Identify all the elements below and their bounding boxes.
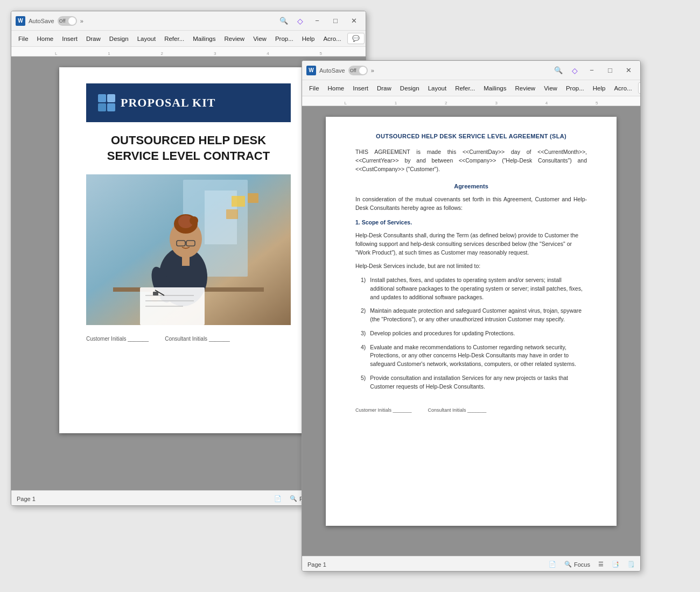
cover-page: Proposal Kit OUTSOURCED HELP DESK SERVIC… xyxy=(59,67,318,433)
toggle-off-label-1: Off xyxy=(59,18,66,24)
menu-design-1[interactable]: Design xyxy=(106,34,132,44)
menu-view-2[interactable]: View xyxy=(540,83,561,93)
ruler-1: L 1 2 3 4 5 xyxy=(11,47,366,57)
autosave-toggle-1[interactable]: Off xyxy=(58,16,77,26)
services-list: 1) Install patches, fixes, and updates t… xyxy=(361,276,587,391)
toggle-knob-1 xyxy=(68,17,76,25)
item-text-5: Provide consultation and installation Se… xyxy=(370,374,587,391)
diamond-icon-2[interactable]: ◇ xyxy=(568,64,581,77)
menu-design-2[interactable]: Design xyxy=(396,83,423,93)
close-button-1[interactable]: ✕ xyxy=(346,13,361,29)
cover-title: OUTSOURCED HELP DESK SERVICE LEVEL CONTR… xyxy=(86,133,291,164)
cover-image xyxy=(86,174,291,325)
focus-label-2[interactable]: 🔍 Focus xyxy=(564,561,590,568)
menu-draw-2[interactable]: Draw xyxy=(373,83,395,93)
item-num-3: 3) xyxy=(361,329,366,338)
sla-page: OUTSOURCED HELP DESK SERVICE LEVEL AGREE… xyxy=(326,117,617,526)
menu-insert-1[interactable]: Insert xyxy=(58,34,81,44)
svg-rect-23 xyxy=(153,292,158,295)
search-icon-2[interactable]: 🔍 xyxy=(552,64,565,77)
menu-properties-1[interactable]: Prop... xyxy=(271,34,297,44)
agreements-intro: In consideration of the mutual covenants… xyxy=(355,195,587,213)
comment-icon-1: 💬 xyxy=(352,35,360,42)
item-text-1: Install patches, fixes, and updates to o… xyxy=(370,276,587,301)
menu-acrobat-1[interactable]: Acro... xyxy=(319,34,345,44)
search-icon-1[interactable]: 🔍 xyxy=(277,15,290,27)
intro-text: THIS AGREEMENT is made this <<CurrentDay… xyxy=(355,149,587,172)
menubar-2: File Home Insert Draw Design Layout Refe… xyxy=(302,80,640,96)
menu-layout-1[interactable]: Layout xyxy=(134,34,160,44)
statusbar-extra-icon-2: 🗒️ xyxy=(627,561,635,568)
word-window-2[interactable]: W AutoSave Off » 🔍 ◇ − □ ✕ File Home Ins… xyxy=(302,60,641,572)
titlebar-chevron-2: » xyxy=(371,67,374,74)
proposal-kit-title: Proposal Kit xyxy=(121,96,215,110)
svg-rect-3 xyxy=(232,196,245,207)
cover-title-line1: OUTSOURCED HELP DESK xyxy=(86,133,291,149)
maximize-button-2[interactable]: □ xyxy=(603,63,618,78)
menu-draw-1[interactable]: Draw xyxy=(82,34,104,44)
menu-layout-2[interactable]: Layout xyxy=(424,83,451,93)
cover-header: Proposal Kit xyxy=(86,83,291,122)
agreements-heading: Agreements xyxy=(355,182,587,191)
minimize-button-2[interactable]: − xyxy=(584,63,599,78)
comment-button-1[interactable]: 💬 xyxy=(347,33,365,44)
diamond-icon-1[interactable]: ◇ xyxy=(293,15,306,27)
menu-file-2[interactable]: File xyxy=(305,83,323,93)
menu-home-2[interactable]: Home xyxy=(324,83,348,93)
comment-button-2[interactable]: 💬 xyxy=(638,82,641,94)
menu-home-1[interactable]: Home xyxy=(33,34,58,44)
toggle-knob-2 xyxy=(359,67,367,74)
document-area-2: OUTSOURCED HELP DESK SERVICE LEVEL AGREE… xyxy=(302,106,640,556)
item-num-1: 1) xyxy=(361,276,366,301)
maximize-button-1[interactable]: □ xyxy=(328,13,343,29)
pk-icon xyxy=(97,93,116,112)
menu-mailings-2[interactable]: Mailings xyxy=(480,83,510,93)
titlebar-2: W AutoSave Off » 🔍 ◇ − □ ✕ xyxy=(302,61,640,80)
item-num-2: 2) xyxy=(361,307,366,324)
titlebar-1: W AutoSave Off » 🔍 ◇ − □ ✕ xyxy=(11,11,366,31)
pk-square-4 xyxy=(107,103,115,111)
svg-rect-15 xyxy=(182,255,190,266)
menu-references-2[interactable]: Refer... xyxy=(451,83,479,93)
menu-acrobat-2[interactable]: Acro... xyxy=(610,83,635,93)
page-indicator-1: Page 1 xyxy=(17,496,36,502)
menu-view-1[interactable]: View xyxy=(249,34,270,44)
minimize-button-1[interactable]: − xyxy=(310,13,325,29)
editing-button-1[interactable]: ✏️ Editing › xyxy=(366,33,366,44)
menu-help-1[interactable]: Help xyxy=(298,34,319,44)
doc-footer-2: Customer Initials _______ Consultant Ini… xyxy=(355,407,587,414)
menu-help-2[interactable]: Help xyxy=(589,83,610,93)
word-icon-2: W xyxy=(306,66,316,75)
toggle-off-label-2: Off xyxy=(350,68,356,73)
customer-initials-label-1: Customer Initials _______ xyxy=(86,336,149,342)
menu-insert-2[interactable]: Insert xyxy=(349,83,372,93)
cover-title-line2: SERVICE LEVEL CONTRACT xyxy=(86,149,291,164)
item-text-3: Develop policies and procedures for upda… xyxy=(370,329,515,338)
svg-point-11 xyxy=(190,216,198,225)
menu-properties-2[interactable]: Prop... xyxy=(562,83,588,93)
statusbar-doc-icon-2: 📄 xyxy=(549,561,556,568)
word-icon-1: W xyxy=(16,16,25,26)
menu-file-1[interactable]: File xyxy=(15,34,32,44)
doc-body: THIS AGREEMENT is made this <<CurrentDay… xyxy=(355,148,587,414)
close-button-2[interactable]: ✕ xyxy=(621,63,636,78)
menu-references-1[interactable]: Refer... xyxy=(160,34,188,44)
item-text-4: Evaluate and make recommendations to Cus… xyxy=(370,343,587,369)
autosave-toggle-2[interactable]: Off xyxy=(348,66,368,75)
menu-review-1[interactable]: Review xyxy=(220,34,248,44)
autosave-label-1: AutoSave xyxy=(29,18,54,24)
svg-rect-4 xyxy=(248,193,258,203)
statusbar-view-icon-2: ☰ xyxy=(598,561,604,568)
titlebar-chevron-1: » xyxy=(80,18,83,24)
statusbar-layout-icon-2: 📑 xyxy=(612,561,619,568)
svg-rect-5 xyxy=(226,209,238,219)
services-intro: Help-Desk Services include, but are not … xyxy=(355,262,587,271)
intro-paragraph: THIS AGREEMENT is made this <<CurrentDay… xyxy=(355,148,587,173)
menu-review-2[interactable]: Review xyxy=(511,83,539,93)
page-indicator-2: Page 1 xyxy=(307,561,326,568)
cover-footer: Customer Initials _______ Consultant Ini… xyxy=(86,336,291,342)
focus-icon-1: 🔍 xyxy=(290,495,297,502)
menu-mailings-1[interactable]: Mailings xyxy=(189,34,219,44)
customer-initials-label-2: Customer Initials _______ xyxy=(355,407,412,414)
service-item-3: 3) Develop policies and procedures for u… xyxy=(361,329,587,338)
